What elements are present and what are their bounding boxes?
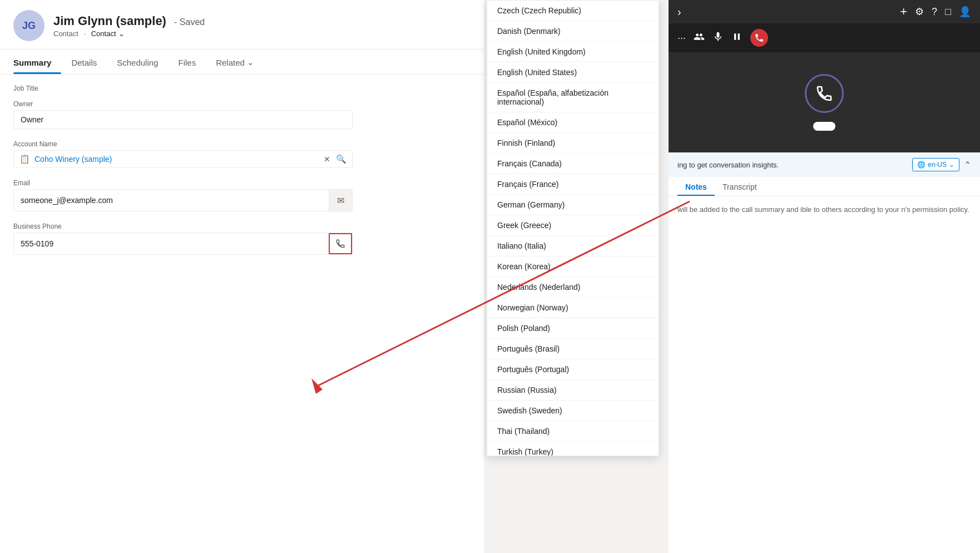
- plus-icon[interactable]: +: [900, 4, 907, 19]
- tab-details[interactable]: Details: [61, 50, 107, 74]
- account-search-icon[interactable]: 🔍: [336, 154, 347, 164]
- lang-item-korean[interactable]: Korean (Korea): [487, 256, 659, 277]
- tab-notes[interactable]: Notes: [677, 177, 715, 196]
- call-controls-bar: ···: [669, 23, 980, 52]
- lang-item-swedish[interactable]: Swedish (Sweden): [487, 401, 659, 421]
- end-call-icon[interactable]: [750, 29, 768, 47]
- notes-tabs: Notes Transcript: [669, 177, 980, 196]
- lang-item-norwegian[interactable]: Norwegian (Norway): [487, 298, 659, 318]
- pause-icon[interactable]: [731, 31, 743, 45]
- lang-item-greek[interactable]: Greek (Greece): [487, 215, 659, 236]
- insights-banner: ing to get conversation insights. 🌐 en-U…: [669, 152, 980, 177]
- tab-scheduling[interactable]: Scheduling: [107, 50, 168, 74]
- globe-icon: 🌐: [917, 161, 925, 169]
- lang-item-danish[interactable]: Danish (Denmark): [487, 21, 659, 42]
- language-dropdown: Czech (Czech Republic) Danish (Denmark) …: [487, 0, 659, 456]
- tab-related[interactable]: Related ⌄: [206, 50, 264, 74]
- mic-icon[interactable]: [712, 31, 724, 45]
- owner-value: Owner: [21, 115, 43, 124]
- language-code: en-US: [928, 161, 947, 169]
- lang-item-pt-portugal[interactable]: Português (Portugal): [487, 359, 659, 380]
- contact-name: Jim Glynn (sample): [53, 14, 166, 28]
- subtitle-type2: Contact: [91, 29, 116, 38]
- call-panel: › + ⚙ ? □ 👤 ···: [669, 0, 980, 553]
- owner-field: Owner Owner: [13, 100, 471, 129]
- settings-icon[interactable]: ⚙: [915, 6, 924, 18]
- chevron-down-icon: ⌄: [118, 29, 125, 38]
- job-title-field: Job Title: [13, 85, 471, 92]
- account-clear-icon[interactable]: ✕: [324, 155, 330, 164]
- account-name-input[interactable]: 📋 Coho Winery (sample) ✕ 🔍: [13, 150, 353, 168]
- title-block: Jim Glynn (sample) - Saved Contact · Con…: [53, 14, 205, 38]
- lang-item-fr-canada[interactable]: Français (Canada): [487, 154, 659, 174]
- crm-header: JG Jim Glynn (sample) - Saved Contact · …: [0, 0, 484, 50]
- subtitle-type1: Contact: [53, 29, 78, 38]
- language-selector-button[interactable]: 🌐 en-US ⌄: [912, 158, 959, 171]
- lang-item-italian[interactable]: Italiano (Italia): [487, 236, 659, 256]
- owner-label: Owner: [13, 100, 471, 108]
- crm-panel: JG Jim Glynn (sample) - Saved Contact · …: [0, 0, 484, 553]
- lang-item-dutch[interactable]: Nederlands (Nederland): [487, 277, 659, 298]
- call-ring-animation: [805, 74, 844, 113]
- crm-form: Job Title Owner Owner Account Name 📋 Coh…: [0, 75, 484, 553]
- phone-input[interactable]: [14, 235, 329, 253]
- email-input-container: ✉: [13, 189, 353, 211]
- user-icon[interactable]: 👤: [959, 6, 971, 18]
- email-action-icon[interactable]: ✉: [329, 190, 352, 211]
- email-label: Email: [13, 179, 471, 187]
- related-label: Related: [216, 58, 245, 67]
- feedback-icon[interactable]: □: [945, 6, 951, 18]
- chevron-right-icon[interactable]: ›: [677, 6, 681, 18]
- call-topbar: › + ⚙ ? □ 👤: [669, 0, 980, 23]
- lang-item-turkish[interactable]: Turkish (Turkey): [487, 442, 659, 456]
- phone-call-button[interactable]: [329, 233, 352, 254]
- email-input[interactable]: [14, 191, 329, 209]
- lang-item-german[interactable]: German (Germany): [487, 195, 659, 215]
- notes-content: will be added to the call summary and ib…: [669, 196, 980, 553]
- subtitle-dot: ·: [83, 29, 86, 38]
- crm-tabs: Summary Details Scheduling Files Related…: [0, 50, 484, 75]
- contact-title: Jim Glynn (sample) - Saved: [53, 14, 205, 28]
- lang-item-thai[interactable]: Thai (Thailand): [487, 421, 659, 442]
- account-name-label: Account Name: [13, 140, 471, 148]
- lang-item-en-uk[interactable]: English (United Kingdom): [487, 42, 659, 62]
- account-icon: 📋: [19, 154, 30, 164]
- call-name-bar: [813, 122, 835, 131]
- contact-type-dropdown[interactable]: Contact ⌄: [91, 29, 125, 38]
- lang-item-czech[interactable]: Czech (Czech Republic): [487, 1, 659, 21]
- lang-item-fr-france[interactable]: Français (France): [487, 174, 659, 195]
- account-name-link[interactable]: Coho Winery (sample): [34, 155, 318, 164]
- help-icon[interactable]: ?: [932, 6, 937, 18]
- avatar: JG: [13, 10, 44, 41]
- participants-icon[interactable]: [694, 31, 705, 45]
- tab-transcript[interactable]: Transcript: [715, 177, 765, 196]
- collapse-icon[interactable]: ⌃: [964, 160, 971, 170]
- tab-summary[interactable]: Summary: [13, 50, 61, 74]
- contact-subtitle: Contact · Contact ⌄: [53, 29, 205, 38]
- lang-item-finnish[interactable]: Finnish (Finland): [487, 133, 659, 154]
- insights-text: ing to get conversation insights.: [677, 161, 779, 169]
- more-options-icon[interactable]: ···: [677, 32, 686, 44]
- lang-item-es-spain[interactable]: Español (España, alfabetización internac…: [487, 83, 659, 112]
- lang-item-polish[interactable]: Polish (Poland): [487, 318, 659, 339]
- related-chevron-icon: ⌄: [247, 57, 254, 67]
- job-title-label: Job Title: [13, 85, 471, 92]
- business-phone-field: Business Phone: [13, 223, 471, 255]
- lang-item-russian[interactable]: Russian (Russia): [487, 380, 659, 401]
- tab-files[interactable]: Files: [168, 50, 206, 74]
- saved-badge: - Saved: [174, 17, 205, 27]
- email-field: Email ✉: [13, 179, 471, 211]
- call-visual-area: [669, 52, 980, 152]
- lang-item-es-mexico[interactable]: Español (México): [487, 112, 659, 133]
- business-phone-label: Business Phone: [13, 223, 471, 230]
- lang-item-en-us[interactable]: English (United States): [487, 62, 659, 83]
- phone-input-container: [13, 233, 353, 255]
- lang-item-pt-brazil[interactable]: Português (Brasil): [487, 339, 659, 359]
- lang-chevron-icon: ⌄: [949, 161, 954, 169]
- owner-input[interactable]: Owner: [13, 110, 353, 129]
- account-name-field: Account Name 📋 Coho Winery (sample) ✕ 🔍: [13, 140, 471, 168]
